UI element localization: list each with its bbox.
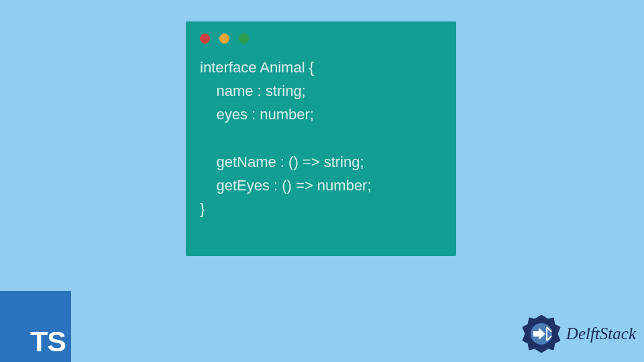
code-window: interface Animal { name : string; eyes :… — [186, 21, 456, 256]
brand-text: DelftStack — [566, 324, 636, 343]
minimize-icon — [219, 34, 229, 44]
branding: DelftStack — [521, 314, 636, 354]
code-line: interface Animal { — [200, 59, 314, 76]
code-line: getEyes : () => number; — [200, 177, 372, 194]
window-traffic-lights — [186, 21, 456, 44]
code-block: interface Animal { name : string; eyes :… — [186, 44, 456, 221]
code-line: getName : () => string; — [200, 154, 364, 170]
code-line: eyes : number; — [200, 106, 314, 123]
code-line: } — [200, 200, 205, 217]
close-icon — [200, 34, 210, 44]
typescript-logo: TS — [0, 291, 71, 362]
typescript-logo-text: TS — [30, 325, 66, 358]
code-line: name : string; — [200, 82, 306, 99]
maximize-icon — [239, 34, 249, 44]
delftstack-icon — [521, 314, 561, 354]
